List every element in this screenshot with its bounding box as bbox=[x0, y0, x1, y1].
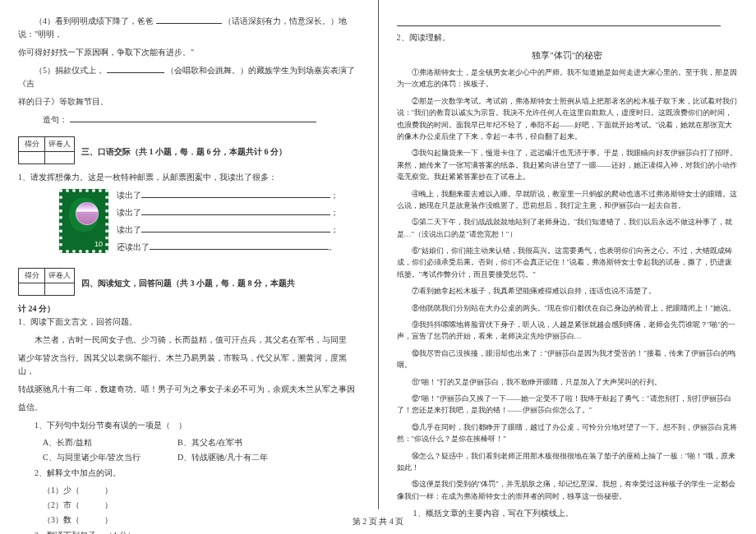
section-3-title: 三、口语交际（共 1 小题，每．题 6 分，本题共计 6 分） bbox=[81, 147, 287, 156]
passage-p4: 益信。 bbox=[18, 401, 360, 414]
grader-cell[interactable] bbox=[45, 152, 71, 163]
q4-blank[interactable] bbox=[156, 16, 222, 24]
grader-header-4: 评卷人 bbox=[45, 269, 74, 283]
make-sentence-row: 造句： bbox=[18, 113, 360, 127]
opt-c[interactable]: C、与同里诸少年/皆次当行 bbox=[43, 452, 158, 463]
readout-2-blank[interactable] bbox=[141, 207, 330, 215]
opt-b[interactable]: B、其父名/在军书 bbox=[177, 437, 293, 449]
grader-cell-4[interactable] bbox=[45, 283, 71, 295]
section-4-title-cont: 计 24 分） bbox=[18, 304, 55, 313]
question-4-text: （4）看到明明成绩下降了，爸爸 （话语深刻有力，情意深长。）地说："明明， bbox=[18, 15, 360, 41]
p9: ⑨我抖抖嗦嗦地将脸背伏下身子，听人说，人越是紧张就越会感到疼痛，老师会先罚谁呢？… bbox=[397, 319, 739, 343]
readalso-label: 还读出了 bbox=[117, 242, 150, 251]
opt-d[interactable]: D、转战驱驰/凡十有二年 bbox=[177, 452, 293, 463]
reading-1-title: 1、阅读下面文言文，回答问题。 bbox=[18, 315, 360, 329]
p14: ⑭怎么？疑惑中，我们看到老师正用那木板很很很地在装了垫子的座椅上抽了一板："啪！… bbox=[397, 450, 739, 474]
score-header: 得分 bbox=[19, 137, 45, 152]
r-top-line-1[interactable] bbox=[397, 16, 721, 26]
p10: ⑩我尽管自己没挨揍，眼泪却也出来了："伊丽莎白是因为我才受苦的！"接着，传来了伊… bbox=[397, 348, 739, 371]
q1-2-2[interactable]: （2）市（ ） bbox=[18, 499, 360, 511]
p15: ⑮这便是我们受到的"体罚"，并无肌肤之痛，却记忆至深。我想，有幸受过这种板子的学… bbox=[397, 478, 739, 502]
story-title: 独享"体罚"的秘密 bbox=[397, 49, 739, 62]
p6: ⑥"姑娘们，你们能主动来认错，我很高兴。这需要勇气，也表明你们向善之心。不过，大… bbox=[397, 245, 739, 280]
q5-blank[interactable] bbox=[107, 65, 164, 73]
passage-p3: 转战驱驰凡十有二年，数建奇功。嘻！男子可为之事女子未必不可为，余观夫木兰从军之事… bbox=[18, 383, 360, 396]
question-5-text: （5）捐款仪式上， （会唱歌和会跳舞。）的藏族学生为到场嘉宾表演了《吉 bbox=[18, 64, 360, 90]
make-sentence-blank[interactable] bbox=[70, 114, 316, 122]
grader-header: 评卷人 bbox=[45, 137, 74, 152]
stamp-value: 10 bbox=[94, 240, 103, 248]
q1-1-options: A、长而/益精 B、其父名/在军书 bbox=[18, 437, 360, 449]
readalso-blank[interactable] bbox=[150, 242, 329, 250]
reading-2-title: 2、阅读理解。 bbox=[397, 31, 739, 44]
p7: ⑦看到她拿起松木板子，我真希望能痛难得难以自持，连话也说不清楚了。 bbox=[397, 285, 739, 297]
q5-line2: 祥的日子》等歌舞节目。 bbox=[18, 95, 360, 108]
score-header-4: 得分 bbox=[19, 269, 45, 283]
p3: ③我勾起脑袋来一下，慢退卡住了，迟迟瞒汗也无济于事。于是，我眼瞄向好友伊丽莎白打… bbox=[397, 147, 739, 182]
make-sentence-label: 造句： bbox=[43, 115, 67, 124]
q1-2: 2、解释文中加点的词。 bbox=[18, 467, 360, 480]
p4: ④晚上，我翻来覆去难以入睡。早就听说，教室里一只蚂蚁的爬动也逃不过弗洛斯特女士的… bbox=[397, 188, 739, 212]
q4-line2: 你可得好好找一下原因啊，争取下次能有进步。" bbox=[18, 46, 360, 59]
q1-1: 1、下列句中划分节奏有误的一项是（ ） bbox=[18, 419, 360, 432]
passage-p2: 诸少年皆次当行。因其父以老病不能行。木兰乃易男装，市鞍马，代父从军，溯黄河，度黑… bbox=[18, 352, 360, 378]
stamp-intro: 1、请发挥想像力。这是一枚特种邮票，从邮票图案中，我读出了很多： bbox=[18, 171, 360, 184]
p13: ⑬几乎在同时，我们都睁开了眼睛，越过了办公桌，可怜分分地对望了一下。想不到，伊丽… bbox=[397, 421, 739, 445]
score-box-4: 得分评卷人 bbox=[18, 268, 75, 296]
q1-1-options-2: C、与同里诸少年/皆次当行 D、转战驱驰/凡十有二年 bbox=[18, 452, 360, 463]
q1-3: 3、翻译下列句子。（4 分） bbox=[18, 529, 360, 534]
passage-p1: 木兰者，古时一民间女子也。少习骑，长而益精，值可汗点兵，其父名在军书，与同里 bbox=[18, 334, 360, 347]
q4-prefix: （4）看到明明成绩下降了，爸爸 bbox=[35, 16, 154, 25]
p5: ⑤第二天下午，我们战战兢兢地站到了老师身边。"我们知道错了，我们以后永远不做这种… bbox=[397, 216, 739, 240]
opt-a[interactable]: A、长而/益精 bbox=[43, 437, 158, 449]
p2: ②那是一次数学考试。考试前，弗洛斯特女士照例从墙上把那著名的松木板子取下来，比试… bbox=[397, 95, 739, 143]
globe-icon bbox=[76, 202, 99, 225]
p8: ⑧他咣咣我们分别站在大办公桌的两头。"现在你们都伏在自己身边的椅背上，把眼睛闭上… bbox=[397, 302, 739, 314]
section-4-title: 四、阅读短文，回答问题（共 3 小题，每．题 8 分，本题共 bbox=[81, 279, 295, 288]
readout-2-label: 读出了 bbox=[117, 208, 141, 217]
readout-1-blank[interactable] bbox=[141, 190, 330, 198]
readout-3-blank[interactable] bbox=[141, 224, 330, 232]
p12: ⑫"啪！"伊丽莎白又挨了一下——她一定受不了啦！我终于鼓起了勇气："请您别打，别… bbox=[397, 393, 739, 417]
page-footer: 第 2 页 共 4 页 bbox=[0, 516, 756, 527]
readout-3-label: 读出了 bbox=[117, 225, 141, 234]
readout-1-label: 读出了 bbox=[117, 191, 141, 200]
q1-2-1[interactable]: （1）少（ ） bbox=[18, 485, 360, 496]
score-cell[interactable] bbox=[19, 152, 45, 163]
p11: ⑪"啪！"打的又是伊丽莎白，我不敢睁开眼睛，只是加入了大声哭叫的行列。 bbox=[397, 376, 739, 388]
p1: ①弗洛斯特女士，是全镇男女老少心中的严师。我不知道她是如何走进大家心里的。至于我… bbox=[397, 67, 739, 90]
score-cell-4[interactable] bbox=[19, 283, 45, 295]
stamp-image: 10 bbox=[59, 189, 108, 253]
score-box-3: 得分评卷人 bbox=[18, 136, 75, 164]
q5-prefix: （5）捐款仪式上， bbox=[35, 66, 104, 75]
